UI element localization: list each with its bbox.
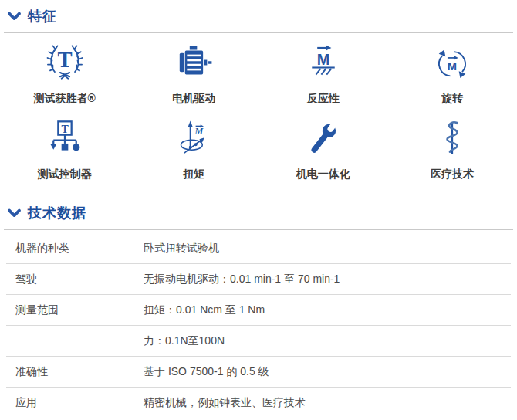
test-controller-flowchart-icon: T: [45, 117, 85, 160]
electric-motor-icon: [174, 41, 214, 84]
features-section-header[interactable]: 特征: [0, 0, 517, 31]
table-row: 驾驶 无振动电机驱动：0.01 min-1 至 70 min-1: [6, 264, 511, 295]
torque-ground-icon: M: [303, 41, 343, 84]
row-value: 基于 ISO 7500-1 的 0.5 级: [144, 365, 269, 379]
row-value: 卧式扭转试验机: [144, 242, 219, 256]
row-value: 扭矩：0.01 Ncm 至 1 Nm: [144, 303, 265, 317]
feature-label: 测试获胜者®: [34, 92, 96, 106]
technical-data-section: 技术数据 机器的种类 卧式扭转试验机 驾驶 无振动电机驱动：0.01 min-1…: [0, 197, 517, 418]
wrench-icon: [303, 117, 343, 160]
feature-rotation: M 旋转: [388, 41, 517, 106]
asclepius-staff-icon: [432, 117, 472, 160]
laurel-wreath-t-icon: T: [45, 41, 85, 84]
row-label: 驾驶: [15, 273, 144, 286]
table-row: 机器的种类 卧式扭转试验机: [6, 233, 511, 264]
feature-label: 医疗技术: [431, 168, 474, 181]
svg-text:M: M: [316, 51, 329, 68]
features-section: 特征 T 测试获胜者®: [0, 0, 517, 186]
feature-motor-drive: 电机驱动: [130, 41, 259, 106]
table-row: 准确性 基于 ISO 7500-1 的 0.5 级: [6, 357, 511, 388]
feature-torque: M 扭矩: [130, 117, 259, 181]
svg-text:M: M: [448, 60, 457, 73]
feature-label: 测试控制器: [38, 168, 92, 181]
feature-test-winner: T 测试获胜者®: [0, 41, 130, 106]
feature-label: 旋转: [441, 92, 463, 106]
technical-data-section-title: 技术数据: [28, 204, 86, 222]
row-label: 准确性: [15, 365, 144, 379]
table-row: 测量范围 扭矩：0.01 Ncm 至 1 Nm: [6, 295, 511, 326]
row-label: 测量范围: [15, 303, 144, 317]
feature-test-controller: T 测试控制器: [0, 117, 130, 181]
section-divider: [4, 229, 513, 230]
table-row: 应用 精密机械，例如钟表业、医疗技术: [6, 388, 511, 418]
feature-label: 电机驱动: [172, 92, 215, 106]
svg-text:T: T: [57, 48, 72, 72]
chevron-down-icon: [8, 11, 21, 22]
feature-label: 扭矩: [183, 168, 204, 181]
table-row: 力：0.1N至100N: [6, 326, 511, 357]
row-value: 力：0.1N至100N: [144, 334, 225, 348]
feature-mechatronics: 机电一体化: [258, 117, 388, 181]
row-label: 应用: [15, 396, 144, 410]
features-section-title: 特征: [28, 7, 57, 25]
row-label: 机器的种类: [15, 242, 144, 256]
technical-data-table: 机器的种类 卧式扭转试验机 驾驶 无振动电机驱动：0.01 min-1 至 70…: [6, 233, 511, 418]
svg-text:M: M: [194, 126, 204, 137]
torque-vector-icon: M: [174, 117, 214, 160]
feature-label: 机电一体化: [296, 168, 350, 181]
rotation-arrows-icon: M: [432, 41, 472, 84]
features-grid: T 测试获胜者®: [0, 33, 517, 186]
feature-reactive: M 反应性: [258, 41, 388, 106]
feature-label: 反应性: [307, 92, 340, 106]
svg-text:T: T: [61, 124, 69, 135]
chevron-down-icon: [8, 208, 21, 219]
row-value: 精密机械，例如钟表业、医疗技术: [144, 396, 306, 410]
feature-medical: 医疗技术: [388, 117, 517, 181]
technical-data-section-header[interactable]: 技术数据: [0, 197, 517, 228]
row-value: 无振动电机驱动：0.01 min-1 至 70 min-1: [144, 273, 340, 286]
